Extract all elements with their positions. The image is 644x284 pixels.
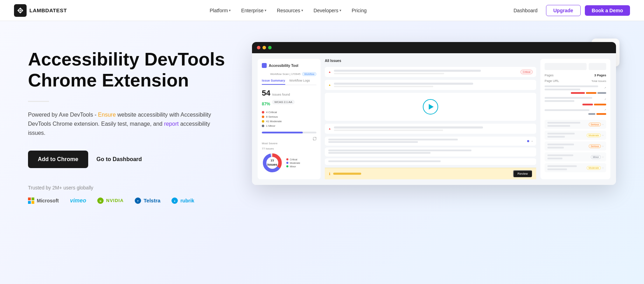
serious-dot [262, 116, 264, 118]
hero-title: Accessibility DevTools Chrome Extension [28, 49, 231, 91]
logo-icon [14, 4, 27, 17]
trusted-logos: Microsoft vimeo N NVIDIA T Telstra [28, 198, 231, 204]
play-overlay [325, 93, 536, 121]
left-panel: Accessibility Tool Workflow Scan | 17094… [258, 59, 321, 179]
workflow-logs-tab[interactable]: Workflow Logs [289, 79, 310, 85]
chevron-down-icon: ▾ [340, 8, 341, 12]
donut-svg: 77Issues [262, 152, 283, 173]
external-link-icon: ↗ [604, 86, 606, 89]
play-icon [429, 104, 434, 110]
donut-chart: 77Issues Critical Moderate [262, 152, 316, 173]
hero-left: Accessibility DevTools Chrome Extension … [28, 42, 231, 204]
issue-row-2: ▲ [325, 80, 536, 90]
warning-icon: ▲ [328, 70, 331, 74]
blue-dot [527, 140, 529, 142]
issues-item-1: Serious › [545, 120, 606, 129]
review-bar: ℹ Review [325, 168, 536, 179]
moderate-dot [262, 120, 264, 123]
url-list: ↗ ↗ [545, 85, 606, 117]
vimeo-logo: vimeo [70, 198, 86, 204]
titlebar-minimize [262, 46, 266, 49]
upgrade-button[interactable]: Upgrade [546, 5, 581, 16]
page-info: Pages 3 Pages [545, 74, 606, 77]
rubrik-logo: ✦ rubrik [172, 198, 194, 204]
trusted-text: Trusted by 2M+ users globally [28, 185, 231, 191]
chevron-right-icon: › [602, 134, 603, 137]
titlebar-maximize [268, 46, 272, 49]
issues-tag-list: Serious › Moderate › [545, 120, 606, 172]
svg-text:N: N [100, 200, 102, 202]
warning-icon: ▲ [328, 127, 331, 130]
critical-dot [262, 111, 264, 113]
issues-item-2: Moderate › [545, 131, 606, 140]
url-item-2: ↗ [545, 97, 606, 102]
issues-item-3: Serious › [545, 141, 606, 151]
rubrik-icon: ✦ [172, 198, 178, 204]
nav-actions: Dashboard Upgrade Book a Demo [509, 5, 630, 16]
hero-description: Powered by Axe DevTools - Ensure website… [28, 110, 217, 138]
microsoft-icon [28, 198, 34, 204]
bottom-row-2 [325, 147, 536, 157]
telstra-logo: T Telstra [135, 198, 160, 204]
external-link-icon: ↗ [604, 98, 606, 101]
chevron-right-icon: › [602, 123, 603, 126]
book-demo-button[interactable]: Book a Demo [585, 5, 630, 16]
nav-developers[interactable]: Developers ▾ [309, 6, 345, 15]
add-to-chrome-button[interactable]: Add to Chrome [28, 151, 88, 168]
navbar: LAMBDATEST Platform ▾ Enterprise ▾ Resou… [0, 0, 644, 21]
bottom-row-1: • [325, 137, 536, 146]
chevron-right-icon: › [602, 166, 603, 169]
hero-section: Accessibility DevTools Chrome Extension … [0, 21, 644, 284]
url-item-3: ↗ [545, 109, 606, 111]
severity-critical: 4 Critical [262, 111, 316, 114]
nav-menu: Platform ▾ Enterprise ▾ Resources ▾ Deve… [205, 6, 371, 15]
chevron-right-icon: › [602, 155, 603, 159]
hero-buttons: Add to Chrome Go to Dashboard [28, 151, 231, 168]
severity-minor: 1 Minor [262, 124, 316, 127]
nvidia-icon: N [97, 198, 104, 204]
play-button[interactable] [423, 99, 438, 115]
severity-list: 4 Critical 8 Serious 41 Moderate 1 [262, 111, 316, 127]
microsoft-logo: Microsoft [28, 198, 59, 204]
hero-divider [28, 101, 49, 102]
logo[interactable]: LAMBDATEST [14, 4, 67, 17]
chevron-down-icon: ▾ [301, 8, 303, 12]
info-icon: ℹ [329, 172, 330, 176]
chevron-down-icon: ▾ [229, 8, 231, 12]
chevron-down-icon: ▾ [265, 8, 266, 12]
external-link-icon: ↗ [604, 109, 606, 111]
logo-text: LAMBDATEST [29, 7, 67, 13]
mid-panel: All Issues ▲ Critical ▲ [325, 59, 536, 179]
svg-text:T: T [137, 200, 139, 202]
app-screenshot: Accessibility Tool Workflow Scan | 17094… [252, 42, 616, 185]
right-panel: Pages 3 Pages Page URL Total Issues [540, 59, 610, 179]
issue-summary-tab[interactable]: Issue Summary [262, 79, 285, 85]
nav-resources[interactable]: Resources ▾ [273, 6, 307, 15]
issue-row-1: ▲ Critical [325, 67, 536, 77]
bottom-row-3 [325, 158, 536, 165]
bottom-issue-rows: • [325, 137, 536, 165]
chevron-right-icon: › [602, 145, 603, 148]
go-to-dashboard-button[interactable]: Go to Dashboard [97, 156, 142, 162]
nav-dashboard-link[interactable]: Dashboard [509, 6, 542, 15]
svg-text:✦: ✦ [174, 200, 176, 202]
tool-header: Accessibility Tool [262, 63, 316, 68]
warning-icon: ▲ [328, 83, 331, 86]
nav-enterprise[interactable]: Enterprise ▾ [237, 6, 271, 15]
severity-serious: 8 Serious [262, 115, 316, 118]
screenshot-body: Accessibility Tool Workflow Scan | 17094… [252, 53, 616, 185]
titlebar-close [257, 46, 260, 49]
telstra-icon: T [135, 198, 141, 204]
tool-icon [262, 63, 267, 68]
page-url-row: Page URL Total Issues [545, 79, 606, 83]
minor-dot [262, 125, 264, 127]
nav-platform[interactable]: Platform ▾ [205, 6, 235, 15]
more-icon: • [531, 139, 533, 143]
url-item-1: ↗ [545, 85, 606, 90]
issues-item-5: Moderate › [545, 163, 606, 172]
nvidia-logo: N NVIDIA [97, 198, 124, 204]
issue-row-3: ▲ [325, 124, 536, 134]
review-button[interactable]: Review [513, 170, 532, 177]
screenshot-titlebar [252, 42, 616, 53]
nav-pricing[interactable]: Pricing [348, 6, 371, 15]
